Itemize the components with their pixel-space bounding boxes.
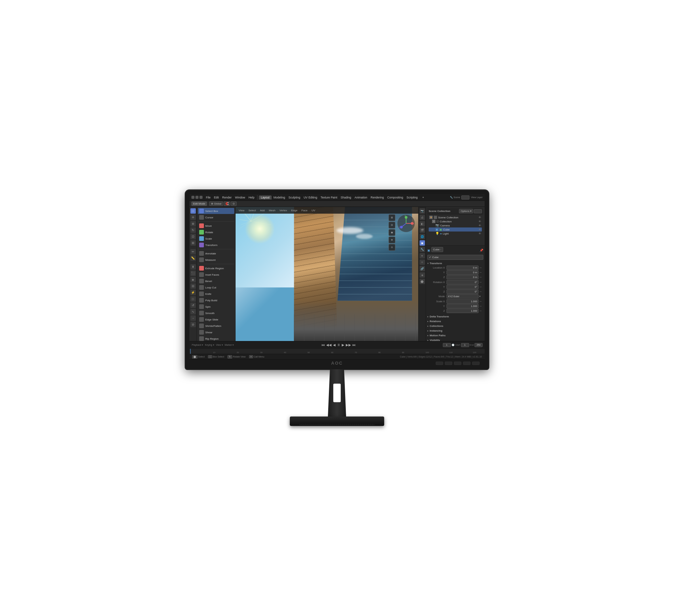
physics-props-icon[interactable]: ⚛	[420, 259, 425, 265]
jump-end-btn[interactable]: ⏭	[352, 343, 356, 347]
timeline-ruler[interactable]: 1 10 20 30 40 50 60 70 80 90 100 110 120	[189, 348, 485, 354]
tool-knife[interactable]: Knife	[198, 291, 234, 297]
monitor-btn-1[interactable]	[436, 362, 443, 365]
tl-keying[interactable]: Keying ▾	[205, 344, 214, 346]
tab-sculpting[interactable]: Sculpting	[287, 195, 302, 199]
play-back-btn[interactable]: ◀	[333, 343, 336, 347]
tool-smooth-icon[interactable]: ∿	[190, 309, 196, 314]
search-box[interactable]	[461, 195, 469, 199]
tl-view[interactable]: View ▾	[216, 344, 223, 346]
location-y-field[interactable]: 0 m	[447, 270, 479, 275]
end-frame-field[interactable]: 250	[474, 343, 483, 347]
rotation-x-field[interactable]: 0°	[447, 280, 479, 284]
particles-props-icon[interactable]: ✦	[420, 253, 425, 258]
vp-face-menu[interactable]: Face	[301, 209, 309, 212]
vp-edge-menu[interactable]: Edge	[290, 209, 299, 212]
tool-loop-cut[interactable]: Loop Cut	[198, 284, 234, 290]
tab-texture-paint[interactable]: Texture Paint	[319, 195, 339, 199]
tool-rip-region[interactable]: Rip Region	[198, 336, 234, 341]
tool-scale-icon[interactable]: ⊡	[190, 234, 196, 239]
global-select[interactable]: ⊕ Global	[209, 202, 223, 206]
tool-rotate[interactable]: Rotate	[198, 229, 234, 235]
rotation-z-field[interactable]: 0°	[447, 289, 479, 294]
outliner-filter-btn[interactable]: Options ▾	[459, 209, 473, 213]
play-btn[interactable]: ▶	[341, 343, 345, 347]
outliner-search[interactable]	[474, 209, 482, 213]
collections-header[interactable]: ▸ Collections	[427, 324, 483, 328]
viewport-gizmo[interactable]: X Y Z	[397, 214, 416, 233]
tool-transform[interactable]: Transform	[198, 242, 234, 248]
tool-select-box-icon[interactable]: □	[190, 208, 196, 214]
render-props-icon[interactable]: 📷	[420, 208, 425, 214]
tool-cursor-icon[interactable]: ✛	[190, 215, 196, 220]
tab-layout[interactable]: Layout	[259, 195, 272, 199]
vp-mesh-menu[interactable]: Mesh	[268, 209, 277, 212]
constraints-props-icon[interactable]: 🔗	[420, 266, 425, 271]
tool-poly-build[interactable]: Poly Build	[198, 297, 234, 303]
tl-marker[interactable]: Marker ▾	[224, 344, 235, 346]
tool-bevel[interactable]: Bevel	[198, 278, 234, 284]
monitor-btn-5[interactable]	[472, 362, 480, 365]
tool-annotate[interactable]: Annotate	[198, 250, 234, 256]
tool-edge-slide-icon[interactable]: →	[190, 315, 196, 321]
current-frame-field[interactable]: 1	[443, 343, 451, 347]
monitor-btn-3[interactable]	[454, 362, 461, 365]
jump-start-btn[interactable]: ⏮	[321, 343, 325, 347]
monitor-btn-4[interactable]	[463, 362, 470, 365]
outliner-collection[interactable]: ▾ ☑ Collection 👁	[429, 219, 482, 223]
outliner-light[interactable]: 💡 ● Light 👁	[429, 232, 482, 236]
tab-compositing[interactable]: Compositing	[386, 195, 404, 199]
material-props-icon[interactable]: ⬤	[420, 279, 425, 284]
prev-keyframe-btn[interactable]: ◀◀	[326, 343, 332, 347]
modifier-props-icon[interactable]: 🔧	[420, 247, 425, 252]
menu-edit[interactable]: Edit	[213, 195, 220, 199]
perspective-btn[interactable]: ⊞	[389, 214, 395, 221]
vp-vertex-menu[interactable]: Vertex	[278, 209, 288, 212]
vp-select-menu[interactable]: Select	[247, 209, 257, 212]
view-front-btn[interactable]: ⊟	[389, 222, 395, 228]
rotation-mode-field[interactable]: XYZ Euler	[447, 294, 479, 299]
tool-measure-icon[interactable]: 📏	[190, 255, 196, 261]
overlay-btn[interactable]: ⊕	[389, 237, 395, 243]
tool-spin[interactable]: Spin	[198, 304, 234, 310]
monitor-btn-2[interactable]	[445, 362, 452, 365]
delta-transform-header[interactable]: ▸ Delta Transform	[427, 314, 483, 319]
tool-select-box[interactable]: Select Box	[198, 208, 234, 214]
output-props-icon[interactable]: 🖨	[420, 215, 425, 220]
object-props-icon[interactable]: ▣	[420, 240, 425, 246]
tool-knife-icon[interactable]: ⚡	[190, 290, 196, 295]
tool-smooth[interactable]: Smooth	[198, 310, 234, 316]
rotation-y-field[interactable]: 0°	[447, 285, 479, 289]
tool-loop-cut-icon[interactable]: ⊟	[190, 283, 196, 289]
outliner-scene-collection[interactable]: ▾ □ Scene Collection 👁	[429, 215, 482, 219]
mode-select[interactable]: Edit Mode	[191, 202, 207, 206]
tool-extrude-region[interactable]: Extrude Region	[198, 265, 234, 271]
tool-spin-icon[interactable]: ↺	[190, 303, 196, 308]
outliner-cube[interactable]: ▣ ▣ Cube 👁	[429, 227, 482, 232]
tab-rendering[interactable]: Rendering	[369, 195, 385, 199]
start-frame-field[interactable]: 1	[461, 343, 469, 347]
tool-move-icon[interactable]: ⊕	[190, 221, 196, 226]
scale-x-field[interactable]: 1.000	[447, 299, 479, 304]
tool-shrink-fatten[interactable]: Shrink/Fatten	[198, 323, 234, 329]
snap-btn[interactable]: 🧲	[224, 202, 230, 206]
menu-help[interactable]: Help	[247, 195, 255, 199]
tool-measure[interactable]: Measure	[198, 257, 234, 263]
scale-y-field[interactable]: 1.000	[447, 304, 479, 308]
proportional-btn[interactable]: ⊙	[231, 202, 237, 206]
tool-inset-faces[interactable]: Inset Faces	[198, 272, 234, 278]
tool-shear[interactable]: Shear	[198, 329, 234, 335]
next-keyframe-btn[interactable]: ▶▶	[345, 343, 351, 347]
view-layer-props-icon[interactable]: ◧	[420, 221, 425, 226]
tool-poly-build-icon[interactable]: ◇	[190, 296, 196, 302]
tab-uv-editing[interactable]: UV Editing	[302, 195, 318, 199]
menu-file[interactable]: File	[205, 195, 212, 199]
tab-animation[interactable]: Animation	[353, 195, 369, 199]
tab-scripting[interactable]: Scripting	[405, 195, 419, 199]
tool-extrude-icon[interactable]: ⬆	[190, 264, 196, 270]
tool-cursor[interactable]: Cursor	[198, 214, 234, 220]
tool-edge-slide[interactable]: Edge Slide	[198, 316, 234, 322]
outliner-camera[interactable]: 📷 Camera 👁	[429, 223, 482, 227]
tl-playback[interactable]: Playback ▾	[191, 344, 204, 346]
visibility-header[interactable]: ▸ Visibility	[427, 338, 483, 341]
